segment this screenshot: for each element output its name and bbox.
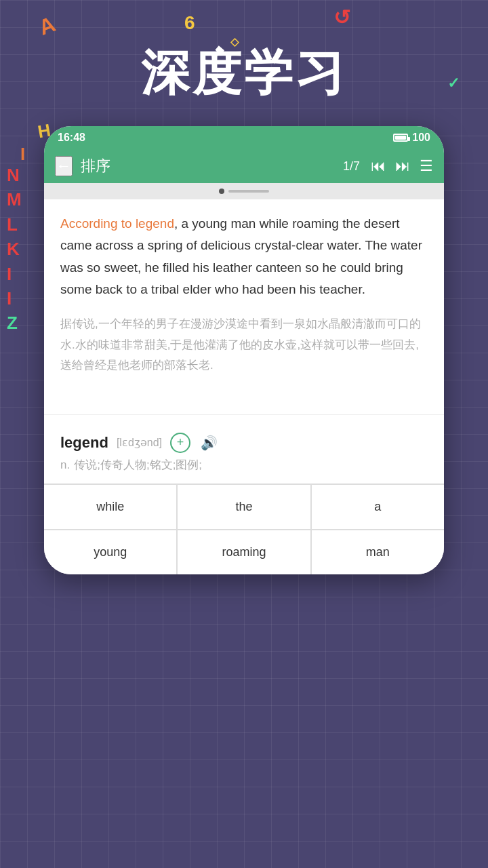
- status-time: 16:48: [58, 132, 85, 144]
- highlight-text: According to legend: [60, 216, 174, 231]
- status-right: 100: [393, 132, 430, 144]
- word-pos: n.: [60, 458, 70, 471]
- answer-btn-5[interactable]: man: [312, 530, 444, 574]
- word-definition: n.传说;传奇人物;铭文;图例;: [60, 457, 428, 473]
- nav-title: 排序: [81, 156, 343, 176]
- phone-mockup: 16:48 100 ← 排序 1/7 ⏮ ⏭ ☰ According to le…: [44, 126, 444, 574]
- status-bar: 16:48 100: [44, 126, 444, 149]
- answer-btn-1[interactable]: the: [178, 485, 310, 529]
- answer-btn-4[interactable]: roaming: [178, 530, 310, 574]
- answer-btn-2[interactable]: a: [312, 485, 444, 529]
- answer-btn-3[interactable]: young: [44, 530, 176, 574]
- dot-indicator: [44, 183, 444, 199]
- english-paragraph: According to legend, a young man while r…: [60, 213, 428, 300]
- prev-button[interactable]: ⏮: [371, 157, 386, 175]
- word-phonetic: [lɛdʒənd]: [117, 436, 162, 449]
- audio-button[interactable]: 🔊: [199, 433, 219, 453]
- chinese-paragraph: 据传说,一个年轻的男子在漫游沙漠途中看到一泉如水晶般清澈而可口的水.水的味道非常…: [60, 314, 428, 376]
- menu-button[interactable]: ☰: [420, 157, 433, 175]
- battery-level: 100: [412, 132, 430, 144]
- content-area: According to legend, a young man while r…: [44, 199, 444, 403]
- float-letter-i1: I: [20, 144, 25, 165]
- battery-icon: [393, 134, 408, 142]
- title-area: 深度学习: [0, 0, 488, 126]
- nav-icons: ⏮ ⏭ ☰: [371, 157, 433, 175]
- dot-line: [228, 190, 269, 193]
- back-button[interactable]: ←: [55, 156, 73, 176]
- answer-btn-0[interactable]: while: [44, 485, 176, 529]
- nav-progress: 1/7: [343, 159, 360, 174]
- next-button[interactable]: ⏭: [395, 157, 410, 175]
- dot-active: [219, 189, 224, 194]
- word-section: legend [lɛdʒənd] + 🔊 n.传说;传奇人物;铭文;图例;: [44, 426, 444, 484]
- word-row: legend [lɛdʒənd] + 🔊: [60, 433, 428, 453]
- add-word-button[interactable]: +: [170, 433, 190, 453]
- float-letters-side: NMLKIIZ: [7, 163, 22, 336]
- word-main: legend: [60, 434, 108, 452]
- word-def-text: 传说;传奇人物;铭文;图例;: [74, 458, 202, 471]
- answer-grid: while the a young roaming man: [44, 484, 444, 574]
- nav-bar: ← 排序 1/7 ⏮ ⏭ ☰: [44, 149, 444, 183]
- page-title: 深度学习: [0, 41, 488, 106]
- divider: [44, 414, 444, 415]
